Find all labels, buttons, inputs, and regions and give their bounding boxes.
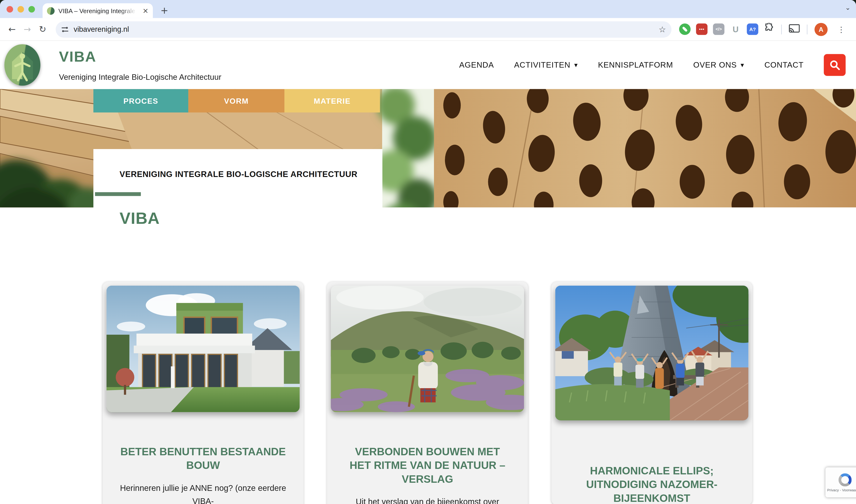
main-nav: AGENDA ACTIVITEITEN▼ KENNISPLATFORM OVER… xyxy=(459,61,804,70)
tab-title: VIBA – Vereniging Integrale Bi xyxy=(58,7,139,14)
minimize-window-button[interactable] xyxy=(17,6,24,12)
site-settings-icon[interactable] xyxy=(61,25,69,33)
recaptcha-label[interactable]: Privacy - Voorwaarden xyxy=(827,488,856,491)
card-excerpt: Uit het verslag van de bijeenkomst over … xyxy=(344,495,511,504)
zoom-window-button[interactable] xyxy=(29,6,35,12)
card-body: HARMONICALE ELLIPS; UITNODIGING NAZOMER-… xyxy=(555,464,749,504)
url-text[interactable]: vibavereniging.nl xyxy=(74,25,654,33)
search-button[interactable] xyxy=(824,54,845,76)
chevron-down-icon: ▼ xyxy=(574,62,578,68)
recaptcha-badge[interactable]: Privacy - Voorwaarden xyxy=(825,467,856,498)
nav-item-activiteiten[interactable]: ACTIVITEITEN▼ xyxy=(514,61,578,70)
article-card[interactable]: VERBONDEN BOUWEN MET HET RITME VAN DE NA… xyxy=(327,282,528,504)
card-title[interactable]: HARMONICALE ELLIPS; UITNODIGING NAZOMER-… xyxy=(568,464,735,504)
bookmark-star-icon[interactable]: ☆ xyxy=(659,24,666,34)
toolbar-divider xyxy=(781,24,782,34)
card-body: VERBONDEN BOUWEN MET HET RITME VAN DE NA… xyxy=(331,445,524,504)
panel-heading: VERENIGING INTEGRALE BIO-LOGISCHE ARCHIT… xyxy=(120,169,382,179)
browser-toolbar: ← → ↻ vibavereniging.nl ☆ ••• </> U A? xyxy=(0,18,856,41)
brand-title[interactable]: VIBA xyxy=(59,49,221,66)
tab-search-chevron-icon[interactable]: ⌄ xyxy=(845,4,851,12)
viba-logo[interactable] xyxy=(4,44,40,86)
tab-close-icon[interactable]: × xyxy=(143,6,148,15)
page-title: VIBA xyxy=(120,209,856,228)
card-thumbnail-house[interactable] xyxy=(107,285,300,412)
card-body: BETER BENUTTEN BESTAANDE BOUW Herinneren… xyxy=(107,445,300,504)
translate-extension-icon[interactable]: A? xyxy=(747,23,758,35)
new-tab-button[interactable]: + xyxy=(160,5,168,16)
extension-icons: ••• </> U A? A ⋮ xyxy=(679,23,849,36)
site-favicon xyxy=(47,7,55,15)
profile-avatar[interactable]: A xyxy=(815,23,827,36)
site-header: VIBA Vereniging Integrale Bio-Logische A… xyxy=(0,41,856,89)
u-extension-icon[interactable]: U xyxy=(730,23,741,35)
close-window-button[interactable] xyxy=(6,6,13,12)
toolbar-divider xyxy=(807,24,807,34)
forward-button[interactable]: → xyxy=(20,24,35,34)
url-bar[interactable]: vibavereniging.nl ☆ xyxy=(56,21,671,37)
article-cards: BETER BENUTTEN BESTAANDE BOUW Herinneren… xyxy=(103,282,856,504)
whatsapp-extension-icon[interactable] xyxy=(679,23,691,35)
window-controls xyxy=(6,6,35,12)
card-title[interactable]: BETER BENUTTEN BESTAANDE BOUW xyxy=(120,445,287,472)
hero-tab-materie[interactable]: MATERIE xyxy=(284,89,380,112)
nav-item-contact[interactable]: CONTACT xyxy=(764,61,803,70)
brand-tagline: Vereniging Integrale Bio-Logische Archit… xyxy=(59,73,221,82)
nav-item-over-ons[interactable]: OVER ONS▼ xyxy=(693,61,744,70)
card-thumbnail-moor[interactable] xyxy=(331,285,524,412)
search-icon xyxy=(829,59,840,70)
browser-tab[interactable]: VIBA – Vereniging Integrale Bi × xyxy=(42,3,153,18)
brand-block: VIBA Vereniging Integrale Bio-Logische A… xyxy=(59,49,221,81)
recaptcha-icon xyxy=(839,473,852,486)
web-page: VIBA Vereniging Integrale Bio-Logische A… xyxy=(0,41,856,504)
hero-tab-vorm[interactable]: VORM xyxy=(189,89,284,112)
card-thumbnail-chapel[interactable] xyxy=(555,285,749,420)
article-card[interactable]: BETER BENUTTEN BESTAANDE BOUW Herinneren… xyxy=(103,282,304,504)
browser-window: VIBA – Vereniging Integrale Bi × + ⌄ ← →… xyxy=(0,0,856,504)
card-title[interactable]: VERBONDEN BOUWEN MET HET RITME VAN DE NA… xyxy=(344,445,511,486)
code-extension-icon[interactable]: </> xyxy=(713,23,725,35)
hero-section: PROCES VORM MATERIE VERENIGING INTEGRALE… xyxy=(0,89,856,208)
nav-item-agenda[interactable]: AGENDA xyxy=(459,61,494,70)
extensions-puzzle-icon[interactable] xyxy=(764,23,774,36)
browser-menu-icon[interactable]: ⋮ xyxy=(837,25,845,34)
back-button[interactable]: ← xyxy=(4,24,20,34)
article-card[interactable]: HARMONICALE ELLIPS; UITNODIGING NAZOMER-… xyxy=(552,282,752,504)
browser-tabstrip: VIBA – Vereniging Integrale Bi × + ⌄ xyxy=(0,0,856,18)
screen: VIBA – Vereniging Integrale Bi × + ⌄ ← →… xyxy=(0,0,856,504)
chevron-down-icon: ▼ xyxy=(741,62,744,68)
cast-icon[interactable] xyxy=(789,24,800,35)
hero-panel: VERENIGING INTEGRALE BIO-LOGISCHE ARCHIT… xyxy=(93,149,382,208)
password-extension-icon[interactable]: ••• xyxy=(696,23,708,35)
reload-button[interactable]: ↻ xyxy=(35,24,50,34)
hero-tab-proces[interactable]: PROCES xyxy=(93,89,189,112)
accent-bar xyxy=(95,192,141,196)
hero-tabs: PROCES VORM MATERIE xyxy=(93,89,380,112)
card-excerpt: Herinneren jullie je ANNE nog? (onze eer… xyxy=(120,482,287,504)
nav-item-kennisplatform[interactable]: KENNISPLATFORM xyxy=(598,61,673,70)
